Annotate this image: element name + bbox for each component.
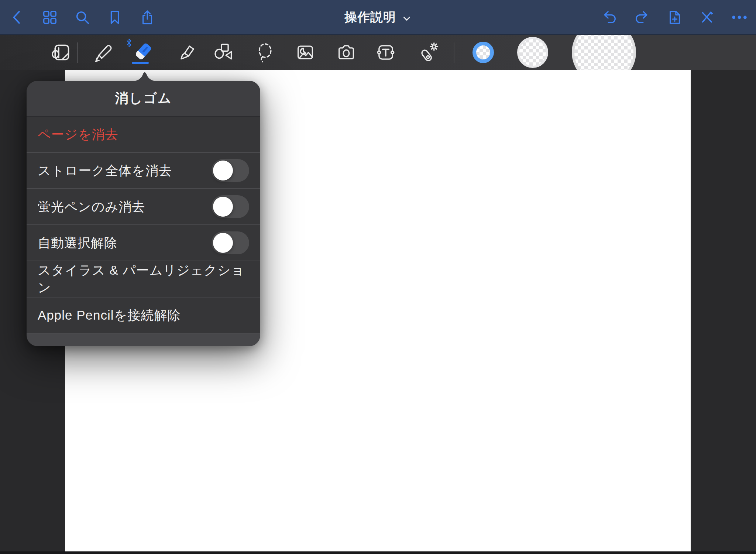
tool-image[interactable] — [295, 42, 316, 63]
search-button[interactable] — [74, 9, 91, 26]
menu-item-erase-entire-stroke[interactable]: ストローク全体を消去 — [27, 153, 260, 189]
search-icon — [74, 9, 91, 26]
topbar-left-group — [9, 0, 156, 34]
menu-item-erase-highlighter-only[interactable]: 蛍光ペンのみ消去 — [27, 189, 260, 225]
menu-item-erase-page[interactable]: ページを消去 — [27, 117, 260, 153]
lasso-icon — [254, 42, 275, 63]
menu-item-label: 自動選択解除 — [38, 234, 117, 252]
pages-overview-button[interactable] — [41, 9, 58, 26]
eraser-size-large[interactable] — [572, 35, 636, 70]
app-window: 操作説明 — [0, 0, 756, 554]
redo-button[interactable] — [633, 9, 650, 26]
tool-camera[interactable] — [336, 42, 357, 63]
tools-toolbar — [0, 35, 756, 70]
eraser-options-popover: 消しゴム ページを消去 ストローク全体を消去 蛍光ペンのみ消去 自動選択解除 ス… — [27, 81, 260, 346]
eraser-size-small-selected[interactable] — [472, 42, 494, 63]
toolbar-divider — [454, 42, 454, 63]
erase-entire-stroke-toggle[interactable] — [212, 159, 249, 182]
menu-item-label: スタイラス & パームリジェクション — [38, 262, 249, 296]
selected-tool-underline — [132, 62, 149, 64]
page-title: 操作説明 — [344, 9, 396, 26]
menu-item-auto-deselect[interactable]: 自動選択解除 — [27, 225, 260, 261]
highlighter-icon — [174, 42, 195, 63]
pen-icon — [92, 42, 113, 63]
menu-item-label: ページを消去 — [38, 126, 118, 143]
popover-menu: ページを消去 ストローク全体を消去 蛍光ペンのみ消去 自動選択解除 スタイラス … — [27, 117, 260, 334]
add-page-icon — [666, 9, 683, 26]
eraser-icon — [132, 42, 154, 63]
erase-highlighter-only-toggle[interactable] — [212, 195, 249, 218]
tool-lasso[interactable] — [254, 42, 275, 63]
bookmark-button[interactable] — [106, 9, 123, 26]
page-panel-button[interactable] — [50, 42, 72, 63]
more-ellipsis-icon — [731, 9, 748, 26]
document-title-dropdown[interactable]: 操作説明 — [344, 9, 412, 26]
tool-laser-pointer[interactable] — [417, 42, 439, 63]
back-button[interactable] — [9, 9, 26, 26]
top-navigation-bar: 操作説明 — [0, 0, 756, 35]
tool-shapes[interactable] — [213, 42, 234, 63]
tool-highlighter[interactable] — [174, 42, 195, 63]
bluetooth-icon — [126, 38, 132, 48]
auto-deselect-toggle[interactable] — [212, 231, 249, 254]
toggle-knob — [213, 233, 233, 253]
eraser-size-medium[interactable] — [517, 37, 548, 68]
shapes-icon — [213, 42, 234, 63]
text-icon — [375, 42, 396, 63]
toggle-knob — [213, 197, 233, 217]
chevron-down-icon — [402, 14, 412, 23]
bottom-edge-strip — [0, 551, 756, 554]
undo-button[interactable] — [601, 9, 618, 26]
camera-icon — [336, 42, 357, 63]
grid-icon — [41, 9, 58, 26]
menu-item-label: ストローク全体を消去 — [38, 162, 172, 179]
tool-eraser-selected[interactable] — [132, 42, 154, 63]
image-icon — [295, 42, 316, 63]
share-button[interactable] — [139, 9, 156, 26]
toggle-knob — [213, 161, 233, 180]
menu-item-stylus-palm-rejection[interactable]: スタイラス & パームリジェクション — [27, 261, 260, 297]
bookmark-icon — [106, 9, 123, 26]
add-page-button[interactable] — [666, 9, 683, 26]
back-chevron-icon — [9, 9, 26, 26]
toolbar-divider — [77, 42, 78, 63]
menu-item-label: Apple Pencilを接続解除 — [38, 307, 181, 324]
undo-icon — [601, 9, 618, 26]
redo-icon — [633, 9, 650, 26]
menu-item-disconnect-apple-pencil[interactable]: Apple Pencilを接続解除 — [27, 297, 260, 334]
laser-pointer-icon — [417, 42, 439, 63]
more-options-button[interactable] — [731, 9, 748, 26]
topbar-right-group — [601, 0, 748, 34]
tool-text[interactable] — [375, 42, 396, 63]
page-panel-icon — [50, 42, 72, 63]
pen-cross-icon — [698, 9, 715, 26]
tool-pen[interactable] — [92, 42, 113, 63]
stylus-readonly-button[interactable] — [698, 9, 715, 26]
popover-title: 消しゴム — [27, 81, 260, 117]
share-icon — [139, 9, 156, 26]
menu-item-label: 蛍光ペンのみ消去 — [38, 198, 145, 216]
popover-arrow — [132, 71, 158, 81]
